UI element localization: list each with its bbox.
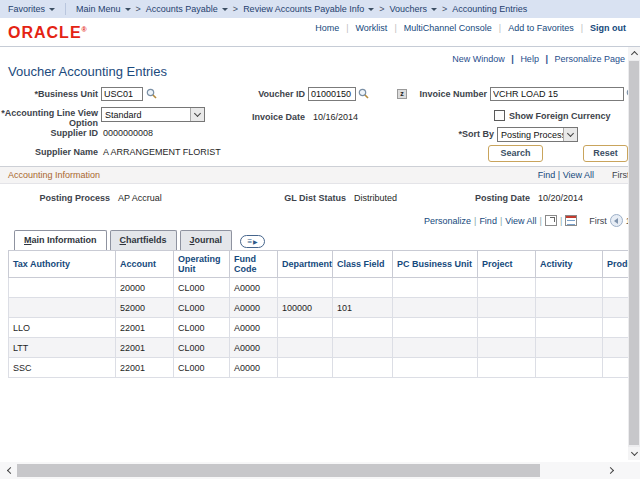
grid-column-header[interactable]: Class Field (333, 251, 393, 278)
grid-header-row: Tax AuthorityAccountOperating UnitFund C… (9, 251, 629, 278)
grid-cell: 52000 (116, 298, 174, 318)
grid-cell (478, 278, 536, 298)
dropdown-arrow-icon (222, 8, 228, 11)
grid-popout-icon[interactable] (545, 215, 557, 226)
grid-column-header[interactable]: Operating Unit (174, 251, 230, 278)
scroll-down-arrow[interactable] (628, 447, 640, 460)
grid-body: 20000CL000A000052000CL000A0000100000101L… (9, 278, 629, 378)
add-to-favorites-link[interactable]: Add to Favorites (508, 23, 574, 33)
grid-find-link[interactable]: Find (479, 216, 497, 226)
grid-cell (9, 298, 116, 318)
worklist-link[interactable]: Worklist (356, 23, 388, 33)
scroll-right-arrow[interactable] (604, 462, 618, 479)
vertical-scrollbar-thumb[interactable] (629, 61, 639, 445)
grid-cell (536, 278, 603, 298)
grid-cell (603, 298, 629, 318)
table-row: SSC22001CL000A0000 (9, 358, 629, 378)
tab-main-information[interactable]: Main Information (14, 230, 107, 250)
grid-column-header[interactable]: Department (278, 251, 333, 278)
grid-cell: SSC (9, 358, 116, 378)
grid-cell (278, 358, 333, 378)
home-link[interactable]: Home (315, 23, 339, 33)
table-row: LLO22001CL000A0000 (9, 318, 629, 338)
grid-column-header[interactable]: PC Business Unit (393, 251, 478, 278)
voucher-id-lookup-icon[interactable] (358, 88, 369, 99)
grid-cell (536, 318, 603, 338)
scroll-left-arrow[interactable] (2, 462, 16, 479)
grid-column-header[interactable]: Product (603, 251, 629, 278)
gl-dist-status-value: Distributed (354, 193, 397, 203)
utility-bar: Home | Worklist | MultiChannel Console |… (0, 18, 640, 47)
grid-cell: CL000 (174, 278, 230, 298)
show-foreign-currency-checkbox[interactable] (494, 110, 505, 121)
download-to-excel-icon[interactable] (565, 215, 577, 226)
help-link[interactable]: Help (520, 54, 539, 64)
new-window-link[interactable]: New Window (452, 54, 505, 64)
sort-by-label: *Sort By (420, 129, 494, 139)
grid-cell (333, 338, 393, 358)
tab-chartfields[interactable]: Chartfields (110, 230, 177, 250)
show-all-columns-icon[interactable]: ≡▶ (240, 235, 265, 248)
grid-cell: 22001 (116, 338, 174, 358)
accounting-line-view-option-select[interactable]: Standard (101, 107, 205, 122)
breadcrumb-item-accounts-payable[interactable]: Accounts Payable (144, 4, 230, 14)
breadcrumb-item-accounting-entries[interactable]: Accounting Entries (450, 4, 529, 14)
search-button[interactable]: Search (488, 145, 543, 162)
sort-by-select[interactable]: Posting Process (497, 127, 578, 142)
link-separator: | (540, 216, 542, 226)
grid-view-all-link[interactable]: View All (505, 216, 536, 226)
link-separator: | (474, 216, 476, 226)
multichannel-console-link[interactable]: MultiChannel Console (404, 23, 492, 33)
dropdown-arrow-icon (125, 8, 131, 11)
invoice-number-input[interactable] (490, 87, 624, 101)
horizontal-scrollbar[interactable] (0, 462, 640, 479)
grid-column-header[interactable]: Project (478, 251, 536, 278)
section-find-link[interactable]: Find (538, 170, 556, 180)
grid-cell (603, 278, 629, 298)
reset-button[interactable]: Reset (583, 145, 628, 162)
grid-cell: A0000 (230, 338, 278, 358)
grid-cell: CL000 (174, 318, 230, 338)
accounting-information-section-header: Accounting Information Find | View All F… (0, 166, 628, 184)
personalize-page-link[interactable]: Personalize Page (554, 54, 625, 64)
page-links: New Window | Help | Personalize Page (452, 54, 625, 64)
table-row: 20000CL000A0000 (9, 278, 629, 298)
supplier-name-value: A ARRANGEMENT FLORIST (103, 147, 221, 157)
tab-journal[interactable]: Journal (180, 230, 233, 250)
grid-cell (603, 358, 629, 378)
grid-cell: LLO (9, 318, 116, 338)
breadcrumb-separator: > (442, 4, 447, 14)
grid-column-header[interactable]: Account (116, 251, 174, 278)
voucher-id-input[interactable] (308, 87, 356, 101)
sign-out-link[interactable]: Sign out (590, 23, 626, 33)
grid-column-header[interactable]: Tax Authority (9, 251, 116, 278)
grid-cell: A0000 (230, 358, 278, 378)
personalize-link[interactable]: Personalize (424, 216, 471, 226)
vertical-scrollbar[interactable] (628, 47, 640, 460)
grid-column-header[interactable]: Activity (536, 251, 603, 278)
breadcrumb-item-vouchers[interactable]: Vouchers (387, 4, 439, 14)
grid-cell (393, 338, 478, 358)
supplier-id-label: Supplier ID (0, 128, 98, 138)
breadcrumb-item-favorites[interactable]: Favorites (6, 4, 57, 14)
scroll-up-arrow[interactable] (628, 47, 640, 60)
grid-cell: 22001 (116, 358, 174, 378)
grid-cell: CL000 (174, 358, 230, 378)
business-unit-input[interactable] (101, 87, 143, 101)
grid-cell: CL000 (174, 338, 230, 358)
grid-column-header[interactable]: Fund Code (230, 251, 278, 278)
section-view-all-link[interactable]: View All (563, 170, 594, 180)
grid-cell: A0000 (230, 298, 278, 318)
table-row: LTT22001CL000A0000 (9, 338, 629, 358)
business-unit-lookup-icon[interactable] (146, 88, 157, 99)
breadcrumb-item-main-menu[interactable]: Main Menu (74, 4, 133, 14)
breadcrumb-item-review-ap-info[interactable]: Review Accounts Payable Info (241, 4, 376, 14)
grid-cell (603, 318, 629, 338)
grid-cell (333, 358, 393, 378)
section-title: Accounting Information (8, 170, 100, 180)
previous-page-icon[interactable] (610, 214, 623, 227)
oracle-logo: ORACLE® (8, 24, 87, 42)
horizontal-scrollbar-thumb[interactable] (17, 464, 540, 477)
grid-cell (9, 278, 116, 298)
main-content: New Window | Help | Personalize Page Vou… (0, 47, 628, 462)
